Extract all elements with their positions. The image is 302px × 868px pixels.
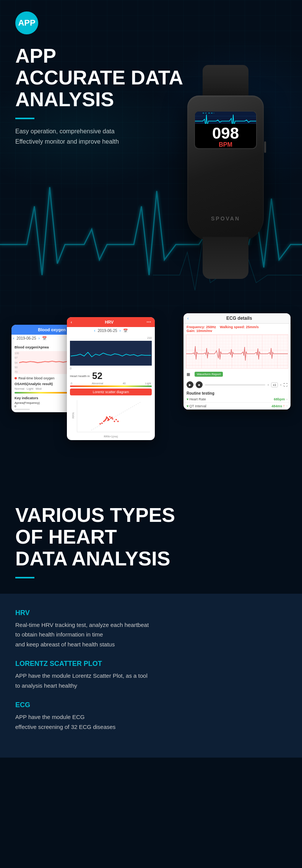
info-category-hrv: HRV: [15, 609, 287, 617]
apnea-bar: [15, 409, 30, 410]
back-chevron[interactable]: ‹: [15, 328, 16, 332]
device-bpm: 098: [212, 125, 239, 141]
lorentz-scatter: RRN: [70, 397, 152, 435]
info-section: HRV Real-time HRV tracking test, analyze…: [0, 594, 302, 758]
stop-button[interactable]: ■: [196, 381, 203, 388]
svg-rect-6: [71, 341, 151, 366]
brand-text: SPOVAN: [187, 215, 264, 222]
device-band: 098 BPM SPOVAN: [187, 96, 264, 241]
hrv-date: 2019-06-25: [97, 329, 117, 333]
various-section: VARIOUS TYPES OF HEART DATA ANALYSIS: [0, 489, 302, 578]
hrv-x-label: RRN+1(ms): [70, 435, 152, 438]
info-text-ecg: APP have the module ECGeffective screeni…: [15, 712, 287, 732]
svg-point-21: [108, 419, 110, 420]
routine-testing-label: Routine testing: [183, 390, 291, 396]
screenshots-wrapper: ‹ Blood oxygen ⋯ ‹ 2019-06-25 › 📅 📊 Bloo…: [8, 313, 294, 474]
hero-divider: [15, 118, 34, 119]
qt-interval-label: QT Interval: [189, 404, 206, 408]
device-screen: 098 BPM: [194, 111, 257, 149]
info-category-ecg: ECG: [15, 701, 287, 709]
svg-point-25: [101, 423, 103, 424]
blood-oxygen-legend: Real-time blood oxygen: [18, 376, 55, 380]
device-strap-top: [203, 65, 248, 99]
svg-text:RRN: RRN: [71, 412, 75, 418]
svg-point-14: [109, 416, 110, 418]
hrv-body: 210 0 Heart health in 52: [67, 334, 155, 440]
qt-interval-row: ♥ QT Interval 484ms ↑ ›: [183, 403, 291, 410]
hrv-value: 52: [92, 371, 102, 381]
hrv-date-row: ‹ 2019-06-25 › 📅: [67, 327, 155, 334]
app-logo: APP: [15, 11, 38, 34]
app-logo-text: APP: [18, 18, 35, 28]
info-text-lorentz: APP have the module Lorentz Scatter Plot…: [15, 671, 287, 690]
svg-point-22: [106, 416, 107, 418]
progress-bar[interactable]: [205, 384, 265, 385]
hrv-title: HRV: [105, 320, 114, 324]
device-bpm-label: BPM: [219, 141, 232, 148]
hrv-share[interactable]: ⋯: [146, 319, 151, 325]
svg-rect-0: [195, 112, 256, 124]
heart-rate-value: 68bpm: [274, 397, 285, 401]
screenshots-section: ‹ Blood oxygen ⋯ ‹ 2019-06-25 › 📅 📊 Bloo…: [0, 313, 302, 489]
info-item-hrv: HRV Real-time HRV tracking test, analyze…: [15, 609, 287, 649]
card-ecg: ‹ ECG details Frequency: 250Hz Walking s…: [183, 313, 291, 410]
blood-oxygen-title: Blood oxygen: [38, 327, 66, 332]
device-container: 098 BPM SPOVAN: [161, 50, 291, 287]
svg-rect-8: [70, 398, 152, 434]
heart-health-label: Heart health in: [70, 374, 90, 378]
svg-point-20: [111, 417, 113, 418]
hrv-graph: [70, 341, 152, 366]
ecg-title: ECG details: [192, 316, 287, 321]
hero-section: APP APP ACCURATE DATA ANALYSIS Easy oper…: [0, 0, 302, 313]
playback-controls: ▶ ■ ‹ x1 › ⛶: [183, 380, 291, 390]
device-ecg-display: [195, 112, 256, 124]
hrv-gradient-bar: [70, 385, 152, 387]
qt-interval-value: 484ms: [271, 404, 282, 408]
speed-tag: x1: [271, 382, 278, 387]
device-strap-bottom: [203, 237, 248, 279]
ecg-graph: [186, 334, 288, 369]
various-divider: [15, 577, 34, 578]
info-item-lorentz: LORENTZ SCATTER PLOT APP have the module…: [15, 660, 287, 690]
info-category-lorentz: LORENTZ SCATTER PLOT: [15, 660, 287, 668]
svg-point-17: [106, 418, 107, 419]
svg-point-26: [115, 419, 117, 420]
play-button[interactable]: ▶: [187, 381, 193, 388]
svg-point-28: [117, 421, 119, 422]
card-hrv: ‹ HRV ⋯ ‹ 2019-06-25 › 📅 210: [67, 317, 155, 440]
svg-point-19: [103, 421, 105, 422]
waveform-tag: Waveform Report: [195, 372, 223, 377]
lorentz-btn[interactable]: Lorentz scatter diagram: [70, 389, 152, 395]
svg-point-24: [114, 421, 115, 422]
svg-point-27: [99, 423, 101, 425]
blood-oxygen-date: 2019-06-25: [16, 336, 36, 340]
ecg-params: Frequency: 250Hz Walking speed: 25mm/s G…: [183, 324, 291, 334]
heart-rate-row: ♥ Heart Rate 68bpm ›: [183, 396, 291, 403]
hrv-header: ‹ HRV ⋯: [67, 317, 155, 327]
heart-rate-label: Heart Rate: [189, 397, 206, 401]
info-text-hrv: Real-time HRV tracking test, analyze eac…: [15, 620, 287, 649]
various-title: VARIOUS TYPES OF HEART DATA ANALYSIS: [15, 504, 287, 570]
info-item-ecg: ECG APP have the module ECGeffective scr…: [15, 701, 287, 732]
